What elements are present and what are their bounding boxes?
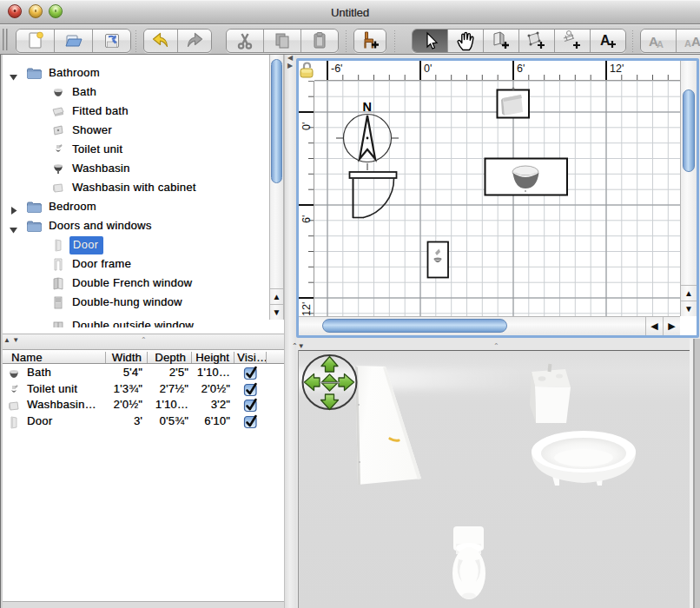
svg-text:6': 6' (517, 63, 525, 75)
svg-text:A: A (600, 33, 611, 48)
svg-text:12': 12' (610, 63, 624, 75)
svg-text:N: N (363, 100, 372, 114)
svg-text:A: A (684, 38, 691, 49)
svg-text:12': 12' (300, 302, 313, 316)
svg-text:0': 0' (424, 63, 432, 75)
svg-text:-6': -6' (331, 63, 343, 75)
svg-text:6': 6' (300, 215, 313, 223)
svg-text:A: A (657, 39, 664, 50)
svg-text:A: A (691, 34, 700, 49)
svg-text:0': 0' (300, 122, 313, 130)
